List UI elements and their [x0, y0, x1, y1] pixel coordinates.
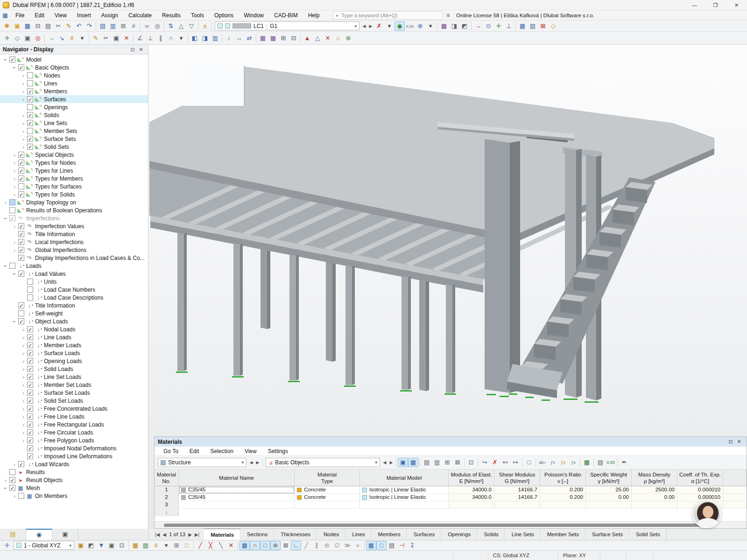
tree-item[interactable]: ›✓Opening Loads [0, 357, 148, 365]
snap-ellipse-icon[interactable]: ∅ [332, 541, 342, 550]
visibility-checkbox[interactable]: ✓ [27, 112, 33, 118]
menu-item[interactable]: Assign [96, 10, 123, 21]
maximize-button[interactable]: ❐ [705, 0, 726, 10]
tree-item[interactable]: ›✓Solids [0, 111, 148, 119]
table-tab[interactable]: Thicknesses [274, 529, 317, 540]
line-tool-icon[interactable]: ╱ [195, 541, 205, 550]
tree-item[interactable]: ›Display Topology on [0, 198, 148, 206]
caret2-icon[interactable]: ▾ [176, 34, 186, 43]
render-icon[interactable]: ▩ [439, 21, 449, 31]
column-header[interactable]: Mass Densityρ [kg/m³] [632, 469, 677, 486]
visibility-checkbox[interactable]: ✓ [9, 215, 15, 221]
menu-item[interactable]: Tools [186, 10, 209, 21]
visibility-checkbox[interactable]: ✓ [18, 247, 24, 253]
table-tab[interactable]: Materials [204, 529, 240, 540]
axes-icon[interactable]: ✛ [2, 541, 12, 550]
expander-icon[interactable]: › [11, 224, 18, 229]
tree-item[interactable]: ›✓Member Loads [0, 341, 148, 349]
column-header[interactable]: Material Name [179, 469, 295, 486]
table-tab[interactable]: Solid Sets [629, 529, 667, 540]
abc-icon[interactable]: ab= [537, 458, 548, 467]
mesh-refine-icon[interactable]: ▩ [268, 34, 278, 43]
visibility-checkbox[interactable]: ✓ [27, 342, 33, 348]
tree-item[interactable]: Self-weight [0, 309, 148, 317]
tree-item[interactable]: ›✓Line Sets [0, 119, 148, 127]
trim-icon[interactable]: ✂ [101, 34, 111, 43]
delete-row-icon[interactable]: ⊠ [452, 458, 463, 467]
table-icon[interactable]: ▤ [422, 458, 432, 467]
snap-slash-icon[interactable]: ╱ [301, 541, 311, 550]
expander-icon[interactable]: › [20, 327, 27, 332]
table-cell[interactable]: 0.000010 [677, 494, 723, 501]
snap-tangent-icon[interactable]: ⊖ [322, 541, 332, 550]
visibility-checkbox[interactable] [18, 183, 24, 189]
expander-icon[interactable]: › [20, 382, 27, 388]
plane-xy-icon[interactable]: ◩ [86, 541, 96, 550]
table-cell[interactable]: Concrete [295, 486, 360, 494]
tree-item[interactable]: ›✓Solid Sets [0, 143, 148, 151]
visibility-checkbox[interactable]: ✓ [27, 429, 33, 435]
menu-item[interactable]: Calculate [123, 10, 157, 21]
delete-mesh-icon[interactable]: ⊠ [538, 21, 548, 31]
last-icon[interactable]: ↦ [510, 458, 521, 467]
node-icon[interactable]: ⊙ [483, 21, 493, 31]
tree-item[interactable]: ›✓Free Line Loads [0, 413, 148, 420]
snap-parallel-icon[interactable]: ∥ [311, 541, 322, 550]
half2-icon[interactable]: ◨ [200, 34, 210, 43]
tree-item[interactable]: ›Loads [0, 262, 148, 270]
table-toggle-icon[interactable]: ▦ [0, 12, 10, 19]
user-avatar[interactable] [692, 499, 721, 528]
visibility-checkbox[interactable]: ✓ [18, 461, 24, 467]
arc-icon[interactable]: ∩ [166, 34, 176, 43]
export-icon[interactable]: ▤ [595, 458, 606, 467]
visibility-checkbox[interactable] [27, 80, 33, 86]
tree-item[interactable]: Units [0, 278, 148, 286]
copy-icon[interactable]: ▤ [43, 21, 53, 31]
tree-item[interactable]: Openings [0, 103, 148, 111]
jump-icon[interactable]: ↪ [479, 458, 490, 467]
section-icon[interactable]: ◩ [459, 21, 470, 31]
menu-item[interactable]: Options [209, 10, 239, 21]
numbering-icon[interactable]: # [67, 34, 77, 43]
visibility-checkbox[interactable] [18, 493, 24, 499]
load-case-combo[interactable]: LC1 | G1 ▾ [215, 21, 359, 30]
close-button[interactable]: ✕ [726, 0, 747, 10]
expander-icon[interactable]: › [20, 438, 27, 443]
tree-item[interactable]: ›✓Solid Loads [0, 365, 148, 373]
visibility-checkbox[interactable]: ✓ [18, 271, 24, 277]
tree-item[interactable]: ›✓Basic Objects [0, 63, 148, 71]
tree-item[interactable]: ✓Imposed Nodal Deformations [0, 444, 148, 452]
visibility-checkbox[interactable]: ✓ [27, 120, 33, 126]
materials-menu-item[interactable]: Edit [184, 448, 204, 455]
next-object-button[interactable]: ▶ [388, 460, 395, 465]
visibility-checkbox[interactable] [9, 207, 15, 213]
visibility-checkbox[interactable]: ✓ [18, 239, 24, 245]
tree-item[interactable]: ›Lines [0, 79, 148, 87]
caret-icon[interactable]: ▾ [161, 541, 171, 550]
menu-item[interactable]: Insert [72, 10, 96, 21]
table-cell[interactable]: 25.00 [586, 486, 632, 494]
add-surface-icon[interactable]: ◇ [12, 34, 22, 43]
expander-icon[interactable]: › [20, 430, 27, 435]
tree-item[interactable]: ›✓Load Wizards [0, 460, 148, 468]
visibility-checkbox[interactable]: ✓ [27, 334, 33, 340]
table-cell[interactable]: 0.000010 [677, 486, 723, 494]
table-cell[interactable]: Isotropic | Linear Elastic [360, 486, 449, 494]
visibility-checkbox[interactable]: ✓ [27, 326, 33, 332]
grid-type-icon[interactable]: ▥ [141, 541, 151, 550]
tree-item[interactable]: ›✓Special Objects [0, 151, 148, 159]
expander-icon[interactable]: › [11, 176, 18, 182]
snap-icon[interactable]: ◎ [33, 34, 43, 43]
box-select-icon[interactable]: □ [182, 541, 192, 550]
cut-icon[interactable]: ✂ [53, 21, 63, 31]
expander-icon[interactable]: › [12, 64, 17, 71]
visibility-checkbox[interactable]: ✓ [27, 445, 33, 451]
visibility-checkbox[interactable] [27, 128, 33, 134]
table-cell[interactable] [540, 501, 586, 509]
decimal-icon[interactable]: 0,00 [606, 458, 616, 467]
prev-page-icon[interactable]: ◀ [162, 532, 166, 537]
expander-icon[interactable]: › [20, 144, 27, 150]
swap-icon[interactable]: ⇄ [244, 34, 254, 43]
tree-item[interactable]: ›✓Solid Set Loads [0, 397, 148, 405]
visibility-checkbox[interactable]: ✓ [18, 223, 24, 229]
